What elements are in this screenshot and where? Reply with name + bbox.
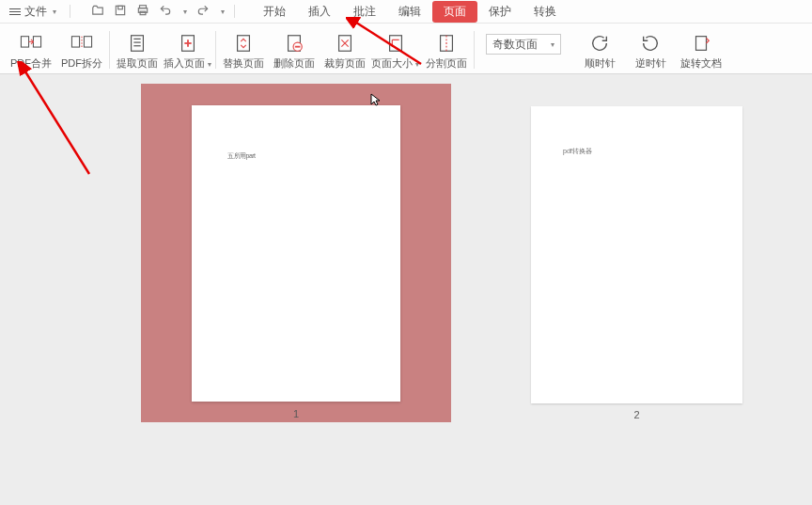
divide-icon <box>434 33 459 54</box>
crop-page-label: 裁剪页面 <box>324 56 366 71</box>
save-icon[interactable] <box>114 4 127 20</box>
qat-more-icon[interactable]: ▾ <box>221 8 225 16</box>
rotate-ccw-icon <box>638 33 663 54</box>
page-filter-dropdown[interactable]: 奇数页面 ▾ <box>486 34 561 55</box>
tab-insert[interactable]: 插入 <box>297 1 342 23</box>
pdf-split-label: PDF拆分 <box>61 56 102 71</box>
cursor-icon <box>370 93 382 109</box>
pdf-split-button[interactable]: PDF拆分 <box>56 26 107 73</box>
rotate-cw-label: 顺时针 <box>585 56 616 71</box>
separator <box>70 5 70 18</box>
svg-rect-24 <box>696 36 707 50</box>
separator <box>109 31 110 69</box>
page-text: 五所用part <box>227 152 256 159</box>
page-thumbnail-2[interactable]: pdf转换器 2 <box>531 84 742 505</box>
svg-rect-16 <box>238 35 250 51</box>
file-menu-button[interactable]: 文件 ▾ <box>6 2 60 22</box>
topbar: 文件 ▾ ▾ ▾ 开始 插入 批注 编辑 页面 保护 转换 <box>0 0 812 24</box>
insert-page-button[interactable]: 插入页面▼ <box>163 26 213 73</box>
pagesize-icon <box>383 33 408 54</box>
tab-annotate[interactable]: 批注 <box>342 1 387 23</box>
ribbon-tabs: 开始 插入 批注 编辑 页面 保护 转换 <box>252 1 568 23</box>
open-icon[interactable] <box>91 4 104 20</box>
svg-rect-1 <box>118 6 123 9</box>
svg-rect-6 <box>33 36 40 46</box>
page-selection-frame: 五所用part 1 <box>141 84 451 422</box>
dropdown-value: 奇数页面 <box>492 37 538 53</box>
tab-edit[interactable]: 编辑 <box>387 1 432 23</box>
quick-access: ▾ ▾ <box>91 4 225 20</box>
redo-icon[interactable] <box>196 4 210 20</box>
page-size-label: 页面大小 <box>371 56 413 71</box>
page-number: 2 <box>531 409 742 420</box>
page-thumbnail-1[interactable]: 五所用part 1 <box>141 84 451 505</box>
chevron-down-icon: ▾ <box>53 8 56 16</box>
replace-icon <box>231 33 256 54</box>
extract-icon <box>125 33 149 54</box>
separator <box>234 5 235 18</box>
replace-page-button[interactable]: 替换页面 <box>218 26 269 73</box>
extract-page-label: 提取页面 <box>117 56 158 71</box>
crop-icon <box>333 33 357 54</box>
ribbon: PDF合并 PDF拆分 提取页面 插入页面▼ 替换页面 删除页面 裁剪页面 页面… <box>0 24 812 74</box>
svg-rect-0 <box>116 6 124 14</box>
extract-page-button[interactable]: 提取页面 <box>112 26 163 73</box>
insert-icon <box>176 33 200 54</box>
page-number: 1 <box>141 408 451 419</box>
page-content: 五所用part <box>192 105 400 402</box>
rotate-doc-label: 旋转文档 <box>680 56 722 71</box>
svg-rect-8 <box>84 36 91 46</box>
pdf-merge-label: PDF合并 <box>10 56 52 71</box>
rotate-ccw-label: 逆时针 <box>635 56 666 71</box>
page-size-button[interactable]: 页面大小▼ <box>370 26 421 73</box>
crop-page-button[interactable]: 裁剪页面 <box>320 26 370 73</box>
page-text: pdf转换器 <box>563 148 592 154</box>
svg-rect-9 <box>132 35 144 51</box>
svg-rect-7 <box>71 36 79 46</box>
chevron-down-icon: ▼ <box>414 61 421 68</box>
rotate-doc-icon <box>689 33 713 54</box>
hamburger-icon <box>9 7 21 17</box>
svg-rect-21 <box>390 35 402 51</box>
divide-page-label: 分割页面 <box>426 56 467 71</box>
tab-convert[interactable]: 转换 <box>523 1 568 23</box>
page-area: 五所用part 1 pdf转换器 2 <box>0 74 812 505</box>
separator <box>215 31 216 69</box>
divide-page-button[interactable]: 分割页面 <box>421 26 472 73</box>
undo-dropdown-icon[interactable]: ▾ <box>183 8 187 16</box>
rotate-ccw-button[interactable]: 逆时针 <box>625 26 676 73</box>
delete-icon <box>282 33 306 54</box>
tab-start[interactable]: 开始 <box>252 1 297 23</box>
rotate-cw-button[interactable]: 顺时针 <box>574 26 625 73</box>
chevron-down-icon: ▼ <box>207 61 213 68</box>
delete-page-label: 删除页面 <box>273 56 315 71</box>
delete-page-button[interactable]: 删除页面 <box>269 26 320 73</box>
split-icon <box>70 33 94 54</box>
separator <box>474 31 475 69</box>
tab-page[interactable]: 页面 <box>432 1 477 23</box>
chevron-down-icon: ▾ <box>551 40 554 49</box>
pdf-merge-button[interactable]: PDF合并 <box>6 26 56 73</box>
replace-page-label: 替换页面 <box>223 56 264 71</box>
merge-icon <box>19 33 43 54</box>
undo-icon[interactable] <box>159 4 172 20</box>
page-content: pdf转换器 <box>531 106 742 403</box>
rotate-cw-icon <box>587 33 612 54</box>
svg-rect-5 <box>21 36 28 46</box>
tab-protect[interactable]: 保护 <box>477 1 523 23</box>
insert-page-label: 插入页面 <box>164 56 205 71</box>
rotate-doc-button[interactable]: 旋转文档 <box>676 26 726 73</box>
file-menu-label: 文件 <box>24 4 47 20</box>
print-icon[interactable] <box>136 4 149 20</box>
